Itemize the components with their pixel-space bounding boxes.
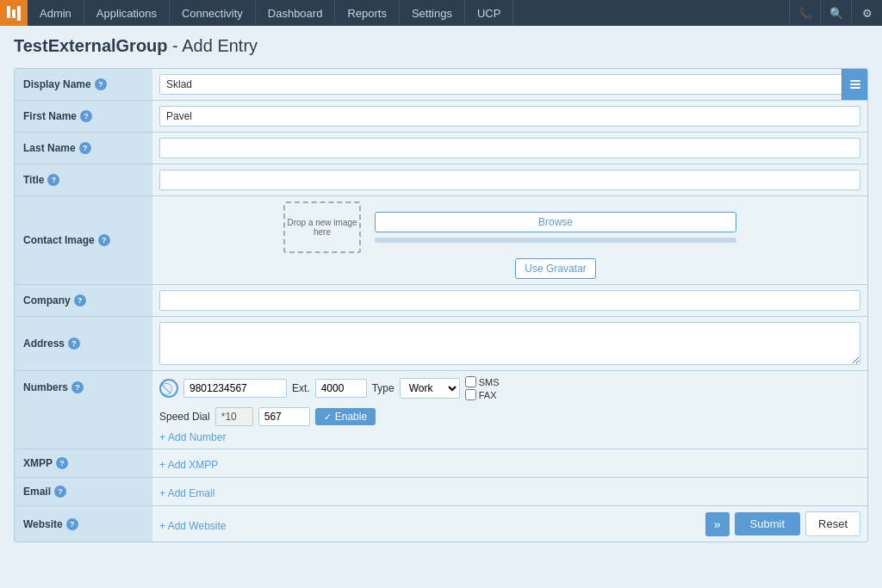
company-label: Company ? [15, 285, 152, 316]
title-row: Title ? [15, 164, 867, 196]
display-name-help-icon[interactable]: ? [95, 78, 107, 90]
contact-image-row2: Use Gravatar [424, 258, 595, 279]
speed-value-input[interactable] [258, 407, 310, 426]
first-name-input[interactable] [159, 106, 860, 127]
company-help-icon[interactable]: ? [74, 294, 86, 306]
nav-item-connectivity[interactable]: Connectivity [170, 0, 256, 26]
last-name-row: Last Name ? [15, 133, 867, 164]
address-row: Address ? [15, 317, 867, 371]
add-number-link[interactable]: + Add Number [159, 431, 860, 443]
list-icon-button[interactable] [842, 69, 867, 100]
svg-rect-2 [850, 87, 860, 89]
display-name-input[interactable] [159, 74, 860, 95]
arrow-button[interactable]: » [705, 512, 730, 536]
fax-checkbox[interactable] [465, 389, 476, 400]
fax-checkbox-label[interactable]: FAX [465, 389, 500, 400]
contact-image-field: Drop a new image here Browse Use Gravata… [152, 196, 867, 284]
add-website-link[interactable]: + Add Website [159, 520, 227, 532]
sms-fax-group: SMS FAX [465, 376, 500, 400]
address-label: Address ? [15, 317, 152, 370]
numbers-row: Numbers ? ⃠ Ext. Type Work Home Mobile O… [15, 371, 867, 449]
block-icon[interactable]: ⃠ [159, 379, 178, 398]
title-field [152, 164, 867, 195]
email-row: Email ? + Add Email [15, 478, 867, 506]
contact-image-help-icon[interactable]: ? [98, 234, 110, 246]
phone-icon-btn[interactable]: 📞 [789, 0, 820, 26]
type-select[interactable]: Work Home Mobile Other [400, 378, 460, 399]
company-input[interactable] [159, 290, 860, 311]
svg-rect-0 [850, 80, 860, 82]
type-label: Type [372, 382, 394, 394]
image-drop-zone[interactable]: Drop a new image here [283, 201, 361, 253]
display-name-field [152, 69, 867, 100]
website-row: Website ? + Add Website » Submit Reset [15, 506, 867, 542]
number-input[interactable] [183, 379, 287, 398]
page-title: TestExternalGroup - Add Entry [14, 36, 868, 56]
contact-image-row1: Drop a new image here Browse [283, 201, 736, 253]
address-field [152, 317, 867, 370]
number-entry-row: ⃠ Ext. Type Work Home Mobile Other [159, 376, 860, 400]
settings-icon-btn[interactable]: ⚙ [851, 0, 882, 26]
search-icon-btn[interactable]: 🔍 [820, 0, 851, 26]
numbers-section: ⃠ Ext. Type Work Home Mobile Other [152, 371, 867, 449]
form-container: Display Name ? First Name ? Last [14, 68, 868, 542]
address-help-icon[interactable]: ? [68, 337, 80, 350]
xmpp-label: XMPP ? [15, 449, 152, 477]
title-help-icon[interactable]: ? [47, 174, 59, 186]
email-field: + Add Email [152, 478, 867, 505]
browse-button[interactable]: Browse [375, 212, 736, 232]
website-field: + Add Website » Submit Reset [152, 506, 867, 542]
add-xmpp-link[interactable]: + Add XMPP [159, 459, 218, 471]
company-field [152, 285, 867, 316]
last-name-field [152, 133, 867, 164]
speed-prefix-input [215, 407, 253, 426]
contact-image-label: Contact Image ? [15, 196, 152, 284]
xmpp-field: + Add XMPP [152, 449, 867, 477]
sms-checkbox[interactable] [465, 376, 476, 387]
gravatar-bar [375, 238, 736, 243]
submit-button[interactable]: Submit [735, 512, 800, 535]
xmpp-help-icon[interactable]: ? [56, 457, 68, 469]
xmpp-row: XMPP ? + Add XMPP [15, 449, 867, 478]
top-navigation: Admin Applications Connectivity Dashboar… [0, 0, 882, 26]
nav-item-settings[interactable]: Settings [400, 0, 465, 26]
logo-bars [7, 6, 21, 21]
first-name-row: First Name ? [15, 101, 867, 133]
logo [0, 0, 28, 26]
enable-button[interactable]: ✓ Enable [315, 408, 376, 425]
add-email-link[interactable]: + Add Email [159, 487, 214, 499]
speed-dial-row: Speed Dial ✓ Enable [159, 407, 860, 426]
contact-image-row: Contact Image ? Drop a new image here Br… [15, 196, 867, 285]
display-name-label: Display Name ? [15, 69, 152, 100]
title-input[interactable] [159, 170, 860, 190]
ext-label: Ext. [292, 382, 310, 394]
nav-item-ucp[interactable]: UCP [465, 0, 513, 26]
nav-item-reports[interactable]: Reports [335, 0, 400, 26]
company-row: Company ? [15, 285, 867, 317]
sms-checkbox-label[interactable]: SMS [465, 376, 500, 387]
display-name-row: Display Name ? [15, 69, 867, 101]
gravatar-button[interactable]: Use Gravatar [515, 258, 595, 279]
website-help-icon[interactable]: ? [66, 518, 78, 530]
image-buttons: Browse [375, 212, 736, 243]
reset-button[interactable]: Reset [805, 511, 860, 536]
title-label: Title ? [15, 164, 152, 195]
nav-right-icons: 📞 🔍 ⚙ [789, 0, 882, 26]
last-name-label: Last Name ? [15, 133, 152, 164]
numbers-label: Numbers ? [15, 371, 152, 449]
last-name-input[interactable] [159, 138, 860, 158]
first-name-label: First Name ? [15, 101, 152, 132]
address-textarea[interactable] [159, 322, 860, 365]
first-name-help-icon[interactable]: ? [80, 110, 92, 122]
last-name-help-icon[interactable]: ? [79, 142, 91, 154]
website-label: Website ? [15, 506, 152, 542]
speed-dial-label: Speed Dial [159, 411, 210, 423]
nav-item-admin[interactable]: Admin [28, 0, 84, 26]
first-name-field [152, 101, 867, 132]
numbers-help-icon[interactable]: ? [71, 381, 84, 393]
ext-input[interactable] [315, 379, 367, 398]
email-help-icon[interactable]: ? [54, 486, 66, 498]
svg-rect-1 [850, 84, 860, 85]
nav-item-applications[interactable]: Applications [84, 0, 170, 26]
nav-item-dashboard[interactable]: Dashboard [256, 0, 336, 26]
